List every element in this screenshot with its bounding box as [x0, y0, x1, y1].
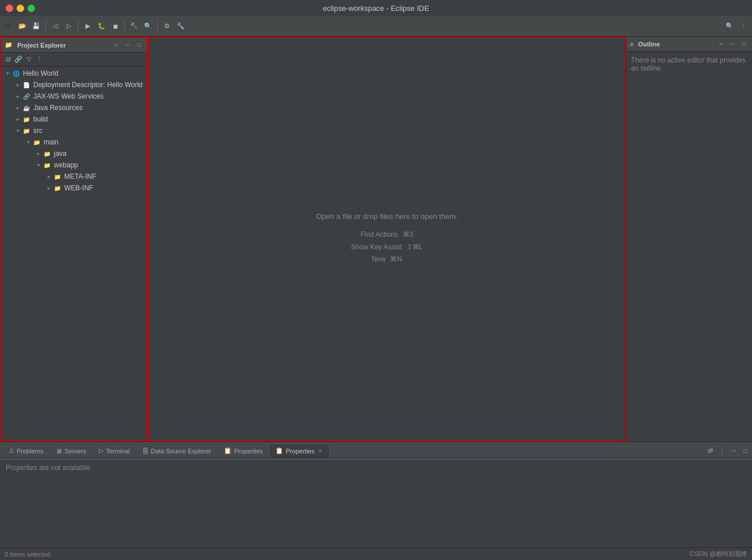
tree-item-main[interactable]: ▾ 📁 main — [1, 136, 147, 148]
bottom-minimize-btn[interactable]: ─ — [729, 446, 738, 455]
view-menu-btn[interactable]: ⋮ — [34, 55, 44, 64]
outline-title: Outline — [638, 41, 714, 48]
bottom-tab-controls: 🗗 ⋮ ─ □ — [706, 446, 750, 457]
terminal-icon: ▷ — [99, 447, 103, 455]
tree-item-build[interactable]: ▸ 📁 build — [1, 113, 147, 125]
tab-close-icon[interactable]: ✕ — [317, 448, 324, 454]
tab-datasource-label: Data Source Explorer — [151, 448, 211, 455]
tab-properties-active-label: Properties — [286, 448, 314, 455]
tree-label: build — [33, 115, 48, 123]
tree-label: main — [44, 138, 59, 146]
project-explorer-minimize[interactable]: ─ — [123, 41, 132, 50]
filter-btn[interactable]: ▽ — [24, 55, 33, 64]
webinf-folder-icon: 📁 — [53, 183, 62, 193]
toolbar-sep-2 — [78, 21, 79, 32]
expand-arrow: ▾ — [3, 71, 11, 76]
outline-close[interactable]: ✕ — [716, 40, 726, 49]
bottom-tabs-bar: ⚠ Problems 🖥 Servers ▷ Terminal 🗄 Data S… — [0, 442, 752, 458]
outline-header: ≡ Outline ✕ ─ □ — [626, 37, 752, 52]
toolbar-sep-1 — [45, 21, 46, 32]
tree-item-java-resources[interactable]: ▸ ☕ Java Resources — [1, 102, 147, 113]
toolbar-perspective[interactable]: 🔧 — [174, 20, 187, 33]
project-explorer-close[interactable]: ✕ — [111, 41, 120, 50]
main-area: 📁 Project Explorer ✕ ─ □ ⊟ 🔗 ▽ ⋮ ▾ 🌐 Hel… — [0, 37, 752, 441]
problems-icon: ⚠ — [9, 447, 14, 455]
expand-arrow: ▾ — [34, 162, 42, 168]
statusbar-user-info: CSDN @赖特别我疼 — [690, 550, 747, 558]
tree-item-meta-inf[interactable]: ▸ 📁 META-INF — [1, 171, 147, 182]
toolbar-search-global[interactable]: 🔍 — [723, 20, 736, 33]
tree-label: WEB-INF — [64, 184, 93, 192]
tree-label: Hello World — [23, 69, 59, 77]
project-explorer-panel: 📁 Project Explorer ✕ ─ □ ⊟ 🔗 ▽ ⋮ ▾ 🌐 Hel… — [0, 37, 148, 441]
toolbar-debug[interactable]: 🐛 — [95, 20, 108, 33]
tree-item-deployment-descriptor[interactable]: ▸ 📄 Deployment Descriptor: Hello World — [1, 79, 147, 91]
project-icon: 🌐 — [11, 69, 21, 78]
toolbar-sep-3 — [124, 21, 125, 32]
java-icon: ☕ — [22, 103, 31, 112]
expand-arrow: ▾ — [14, 128, 22, 134]
tab-problems-label: Problems — [17, 448, 43, 455]
maximize-button[interactable] — [28, 5, 35, 12]
expand-arrow: ▸ — [14, 116, 22, 122]
expand-arrow: ▸ — [45, 185, 53, 191]
editor-actions: Find Actions ⌘3 Show Key Assist ⇧⌘L New … — [316, 229, 458, 266]
toolbar-save[interactable]: 💾 — [30, 20, 42, 33]
bottom-maximize-btn[interactable]: □ — [741, 446, 750, 455]
tree-item-java[interactable]: ▸ 📁 java — [1, 148, 147, 159]
bottom-content: Properties are not available. — [0, 460, 752, 547]
tree-item-src[interactable]: ▾ 📁 src — [1, 125, 147, 136]
outline-minimize[interactable]: ─ — [728, 40, 737, 49]
project-explorer-header: 📁 Project Explorer ✕ ─ □ — [1, 38, 147, 53]
link-with-editor-btn[interactable]: 🔗 — [14, 55, 23, 64]
tab-properties-active[interactable]: 📋 Properties ✕ — [269, 444, 330, 457]
toolbar-build[interactable]: 🔨 — [128, 20, 141, 33]
tab-terminal[interactable]: ▷ Terminal — [92, 444, 136, 457]
statusbar-items-selected: 0 items selected — [5, 551, 50, 558]
bottom-new-view-btn[interactable]: 🗗 — [706, 446, 715, 455]
toolbar-open[interactable]: 📂 — [16, 20, 29, 33]
datasource-icon: 🗄 — [142, 448, 149, 455]
toolbar-stop[interactable]: ⏹ — [109, 20, 122, 33]
toolbar-forward[interactable]: ▷ — [63, 20, 75, 33]
project-tree: ▾ 🌐 Hello World ▸ 📄 Deployment Descripto… — [1, 66, 147, 440]
new-label: New — [372, 253, 385, 266]
properties-1-icon: 📋 — [224, 447, 232, 455]
tree-label: java — [54, 150, 67, 158]
show-key-assist-shortcut: ⇧⌘L — [407, 241, 423, 254]
action-row-3: New ⌘N — [316, 253, 458, 266]
toolbar-search[interactable]: 🔍 — [142, 20, 154, 33]
bottom-overflow-btn[interactable]: ⋮ — [718, 446, 727, 455]
tab-servers[interactable]: 🖥 Servers — [49, 444, 92, 457]
tab-datasource[interactable]: 🗄 Data Source Explorer — [136, 444, 217, 457]
collapse-all-btn[interactable]: ⊟ — [3, 55, 13, 64]
tree-item-web-inf[interactable]: ▸ 📁 WEB-INF — [1, 182, 147, 194]
project-explorer-maximize[interactable]: □ — [134, 41, 143, 50]
find-actions-shortcut: ⌘3 — [403, 229, 414, 241]
find-actions-label: Find Actions — [360, 229, 398, 241]
tree-item-jaxws[interactable]: ▸ 🔗 JAX-WS Web Services — [1, 91, 147, 102]
tree-label: webapp — [54, 161, 78, 169]
outline-maximize[interactable]: □ — [739, 40, 749, 49]
close-button[interactable] — [6, 5, 13, 12]
tree-label: Deployment Descriptor: Hello World — [33, 81, 143, 89]
expand-arrow: ▸ — [14, 105, 22, 111]
toolbar-settings[interactable]: ⚙ — [161, 20, 173, 33]
action-row-1: Find Actions ⌘3 — [316, 229, 458, 241]
tab-terminal-label: Terminal — [106, 448, 130, 455]
tree-item-hello-world[interactable]: ▾ 🌐 Hello World — [1, 68, 147, 79]
minimize-button[interactable] — [17, 5, 24, 12]
tab-properties-1[interactable]: 📋 Properties — [217, 444, 269, 457]
toolbar-new[interactable]: ⬛ — [2, 20, 15, 33]
statusbar-right: CSDN @赖特别我疼 — [690, 550, 747, 558]
outline-panel: ≡ Outline ✕ ─ □ There is no active edito… — [626, 37, 752, 441]
toolbar-back[interactable]: ◁ — [49, 20, 61, 33]
tree-item-webapp[interactable]: ▾ 📁 webapp — [1, 159, 147, 171]
outline-content: There is no active editor that provides … — [626, 52, 752, 77]
toolbar-overflow[interactable]: ⋮ — [737, 20, 750, 33]
titlebar: eclipse-workspace - Eclipse IDE — [0, 0, 752, 16]
webapp-folder-icon: 📁 — [42, 160, 52, 170]
tab-problems[interactable]: ⚠ Problems — [2, 444, 49, 457]
expand-arrow: ▸ — [34, 151, 42, 156]
toolbar-run[interactable]: ▶ — [81, 20, 94, 33]
